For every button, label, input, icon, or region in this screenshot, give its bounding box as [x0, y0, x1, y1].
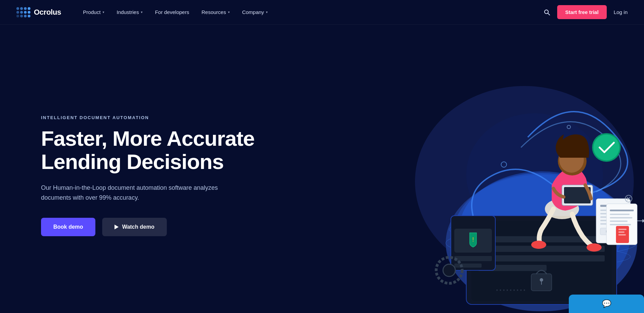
svg-point-26 [520, 289, 522, 291]
svg-point-22 [507, 289, 508, 291]
svg-rect-30 [454, 256, 492, 261]
svg-line-1 [548, 13, 550, 15]
watch-demo-button[interactable]: Watch demo [102, 218, 167, 236]
svg-point-64 [593, 134, 619, 160]
svg-rect-53 [610, 224, 631, 225]
svg-rect-31 [454, 264, 482, 268]
logo-text: Ocrolus [34, 8, 61, 17]
logo-icon [16, 7, 30, 17]
search-button[interactable] [544, 9, 550, 16]
book-demo-button[interactable]: Book demo [41, 218, 95, 236]
svg-text:!: ! [472, 236, 474, 243]
svg-rect-52 [610, 220, 628, 222]
svg-point-71 [587, 243, 602, 252]
search-icon [544, 9, 550, 16]
nav-item-resources[interactable]: Resources ▾ [196, 6, 235, 18]
svg-rect-51 [610, 217, 632, 218]
svg-point-19 [496, 289, 498, 291]
svg-rect-49 [610, 210, 634, 211]
nav-item-developers[interactable]: For developers [149, 6, 194, 18]
svg-point-27 [524, 289, 525, 291]
svg-point-34 [443, 264, 455, 276]
nav-item-industries[interactable]: Industries ▾ [111, 6, 148, 18]
svg-rect-57 [618, 234, 626, 236]
svg-rect-50 [610, 214, 630, 215]
svg-point-20 [500, 289, 501, 291]
svg-marker-47 [642, 219, 644, 223]
start-free-trial-button[interactable]: Start free trial [557, 5, 607, 19]
hero-section: INTELLIGENT DOCUMENT AUTOMATION Faster, … [0, 25, 644, 313]
svg-point-17 [540, 278, 543, 282]
hero-content: INTELLIGENT DOCUMENT AUTOMATION Faster, … [41, 101, 255, 236]
nav-item-product[interactable]: Product ▾ [78, 6, 110, 18]
play-icon [115, 225, 119, 229]
logo-link[interactable]: Ocrolus [16, 7, 61, 17]
login-button[interactable]: Log in [614, 9, 628, 15]
svg-rect-55 [618, 229, 627, 230]
chevron-down-icon: ▾ [228, 10, 230, 14]
svg-point-21 [503, 289, 505, 291]
navbar: Ocrolus Product ▾ Industries ▾ For devel… [0, 0, 644, 25]
svg-point-70 [531, 241, 546, 249]
nav-item-company[interactable]: Company ▾ [237, 6, 273, 18]
hero-headline: Faster, More Accurate Lending Decisions [41, 127, 255, 173]
chevron-down-icon: ▾ [103, 10, 104, 14]
hero-eyebrow: INTELLIGENT DOCUMENT AUTOMATION [41, 115, 255, 120]
svg-point-24 [513, 289, 515, 291]
chat-widget[interactable]: 💬 [569, 295, 644, 313]
chevron-down-icon: ▾ [141, 10, 143, 14]
svg-point-25 [517, 289, 518, 291]
chat-icon: 💬 [602, 299, 611, 308]
hero-subtext: Our Human-in-the-Loop document automatio… [41, 183, 232, 203]
nav-links: Product ▾ Industries ▾ For developers Re… [78, 6, 544, 18]
hero-buttons: Book demo Watch demo [41, 218, 255, 236]
svg-point-23 [510, 289, 511, 291]
nav-actions: Start free trial Log in [544, 5, 628, 19]
svg-rect-14 [478, 255, 605, 261]
chevron-down-icon: ▾ [266, 10, 268, 14]
hero-illustration: ! Doc [336, 25, 644, 313]
svg-rect-56 [618, 231, 625, 233]
